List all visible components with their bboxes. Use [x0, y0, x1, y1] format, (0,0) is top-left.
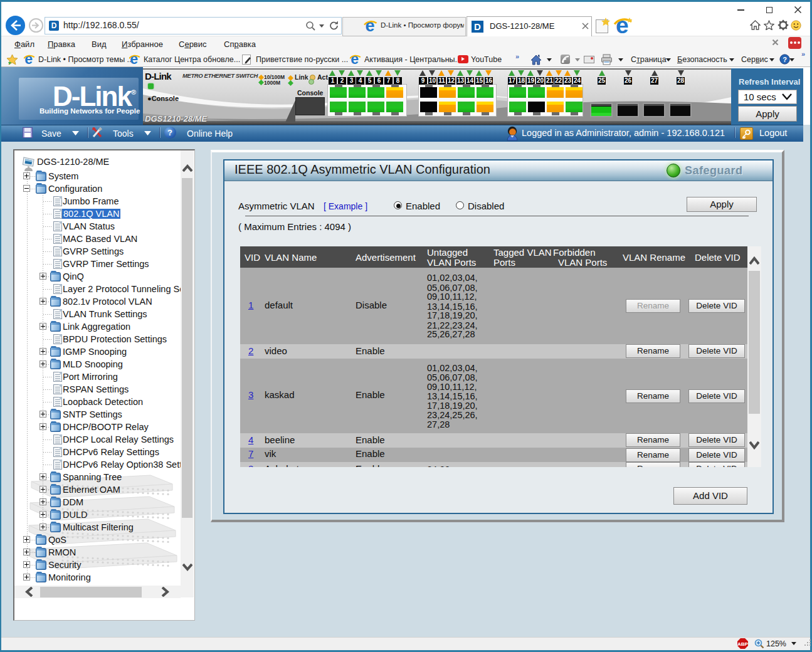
svg-text:e: e — [616, 13, 629, 38]
svg-text:?: ? — [783, 56, 787, 63]
svg-text:e: e — [366, 16, 375, 35]
svg-text:ABP: ABP — [737, 641, 749, 647]
